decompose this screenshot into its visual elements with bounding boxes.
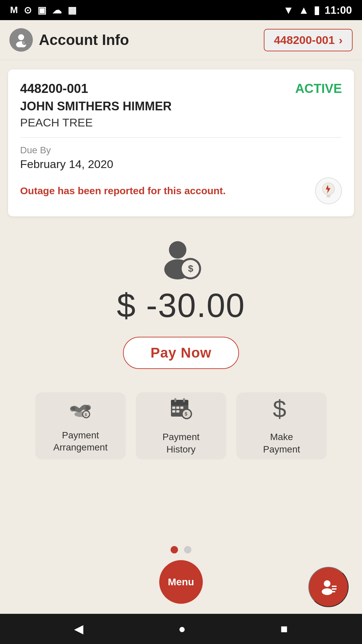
amount-value: -30.00 <box>146 286 245 324</box>
bottom-bar: Menu <box>0 560 362 614</box>
svg-rect-25 <box>183 398 185 402</box>
spacer <box>0 470 362 533</box>
svg-text:$: $ <box>188 263 193 274</box>
svg-point-11 <box>70 406 75 412</box>
svg-rect-21 <box>180 407 183 409</box>
svg-text:$: $ <box>273 396 286 420</box>
contact-button[interactable] <box>308 567 349 607</box>
svg-rect-18 <box>171 400 188 405</box>
svg-point-30 <box>324 580 330 587</box>
balance-icon: $ <box>154 239 208 283</box>
dot-2 <box>184 546 191 553</box>
currency-symbol: $ <box>117 286 136 324</box>
svg-rect-19 <box>172 407 175 409</box>
calendar-dollar-icon: $ <box>169 396 193 425</box>
header: i Account Info 448200-001 › <box>0 20 362 60</box>
card-top-row: 448200-001 ACTIVE <box>20 82 342 96</box>
back-button[interactable]: ◀ <box>74 622 83 636</box>
chevron-right-icon: › <box>339 34 343 47</box>
svg-point-6 <box>169 241 186 259</box>
svg-text:i: i <box>23 41 24 45</box>
payment-arrangement-button[interactable]: $ PaymentArrangement <box>35 392 126 460</box>
account-status: ACTIVE <box>295 82 342 96</box>
payment-history-label: PaymentHistory <box>163 431 200 455</box>
dollar-sign-icon: $ <box>272 396 292 425</box>
svg-rect-23 <box>176 410 179 413</box>
balance-section: $ $ -30.00 Pay Now <box>0 226 362 376</box>
make-payment-label: MakePayment <box>263 431 300 455</box>
sim-icon: ▣ <box>38 5 46 16</box>
dot-1 <box>171 546 178 553</box>
menu-button[interactable]: Menu <box>159 560 203 604</box>
due-by-label: Due By <box>20 145 342 156</box>
payment-arrangement-label: PaymentArrangement <box>53 429 108 454</box>
status-right-icons: ▼ ▲ ▮ 11:00 <box>283 4 352 16</box>
svg-rect-22 <box>172 410 175 413</box>
status-icons: M ⊙ ▣ ☁ ▦ <box>10 5 76 16</box>
svg-point-12 <box>85 405 91 410</box>
cloud-icon: ☁ <box>52 5 62 16</box>
customer-name: JOHN SMITHERS HIMMER <box>20 99 342 113</box>
svg-point-31 <box>322 588 333 595</box>
card-account-number: 448200-001 <box>20 82 88 96</box>
svg-point-0 <box>18 34 24 40</box>
gmail-icon: M <box>10 5 18 15</box>
svg-point-2 <box>22 40 27 45</box>
account-avatar: i <box>9 28 33 52</box>
due-date: February 14, 2020 <box>20 158 342 171</box>
pagination-dots <box>0 533 362 560</box>
action-buttons-container: $ PaymentArrangement $ <box>0 376 362 470</box>
home-button[interactable]: ● <box>178 622 186 636</box>
signal-icon: ▲ <box>298 4 309 16</box>
svg-text:$: $ <box>185 411 187 417</box>
svg-rect-24 <box>174 398 176 402</box>
make-payment-button[interactable]: $ MakePayment <box>236 392 327 460</box>
pay-now-button[interactable]: Pay Now <box>123 337 239 369</box>
wifi-icon: ▼ <box>283 4 294 16</box>
outage-map-button[interactable] <box>315 177 342 204</box>
svg-rect-20 <box>176 407 179 409</box>
outage-message: Outage has been reported for this accoun… <box>20 185 226 197</box>
calendar-icon: ▦ <box>68 5 76 16</box>
outage-row: Outage has been reported for this accoun… <box>20 177 342 204</box>
recents-button[interactable]: ■ <box>281 622 288 636</box>
account-badge-button[interactable]: 448200-001 › <box>264 29 353 51</box>
circle-icon: ⊙ <box>24 5 32 16</box>
page-title: Account Info <box>39 32 129 48</box>
battery-icon: ▮ <box>314 4 320 16</box>
payment-history-button[interactable]: $ PaymentHistory <box>136 392 226 460</box>
balance-amount: $ -30.00 <box>117 286 245 325</box>
handshake-icon: $ <box>69 398 92 423</box>
account-badge-number: 448200-001 <box>274 34 335 47</box>
header-left: i Account Info <box>9 28 129 52</box>
time-display: 11:00 <box>324 4 352 16</box>
status-bar: M ⊙ ▣ ☁ ▦ ▼ ▲ ▮ 11:00 <box>0 0 362 20</box>
svg-text:$: $ <box>85 413 87 417</box>
account-card: 448200-001 ACTIVE JOHN SMITHERS HIMMER P… <box>8 69 354 216</box>
android-nav: ◀ ● ■ <box>0 614 362 644</box>
account-location: PEACH TREE <box>20 116 342 138</box>
lightning-pin-icon <box>321 182 336 200</box>
